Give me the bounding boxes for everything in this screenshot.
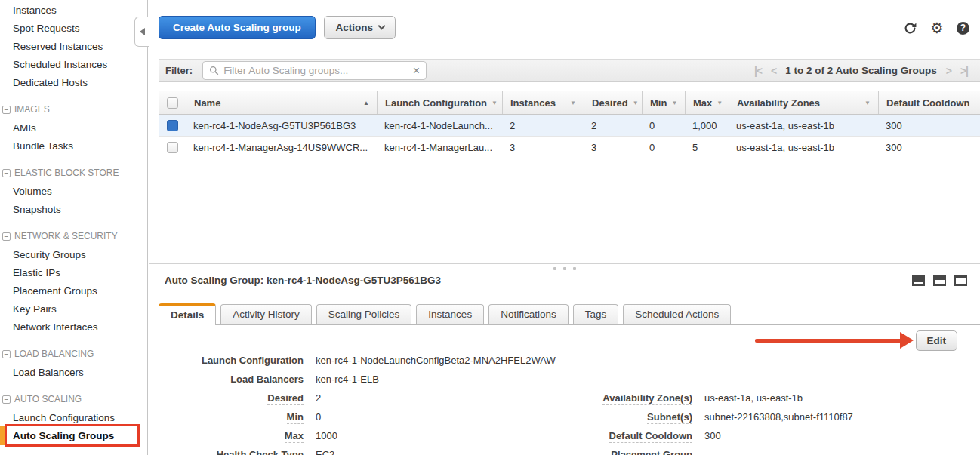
row-checkbox-checked[interactable] [167, 120, 178, 131]
tab-scaling-policies[interactable]: Scaling Policies [316, 304, 412, 324]
actions-dropdown-button[interactable]: Actions [324, 16, 396, 39]
column-filter-icon[interactable]: ▼ [864, 100, 871, 106]
column-header-instances[interactable]: Instances ▼ [502, 91, 584, 114]
tab-scheduled-actions[interactable]: Scheduled Actions [623, 304, 731, 324]
filter-bar: Filter: × |< < 1 to 2 of 2 Auto Scaling … [159, 59, 980, 82]
field-default-cooldown: Default Cooldown 300 [575, 426, 853, 445]
sidebar-section-network-security[interactable]: − NETWORK & SECURITY [0, 228, 147, 246]
sidebar-item-dedicated-hosts[interactable]: Dedicated Hosts [0, 74, 147, 92]
field-load-balancers: Load Balancers ken-rc4-1-ELB [165, 370, 556, 389]
table-row[interactable]: ken-rc4-1-ManagerAsg-14US9WWCR... ken-rc… [159, 137, 980, 158]
column-filter-icon[interactable]: ▼ [671, 100, 677, 106]
table-row[interactable]: ken-rc4-1-NodeAsg-G5TU3P561BG3 ken-rc4-1… [159, 115, 980, 137]
column-header-launch-configuration[interactable]: Launch Configuration ▼ [377, 91, 502, 114]
clear-search-icon[interactable]: × [413, 65, 420, 77]
field-availability-zones: Availability Zone(s) us-east-1a, us-east… [575, 389, 853, 407]
tab-details[interactable]: Details [159, 303, 216, 325]
refresh-icon[interactable] [903, 21, 917, 35]
first-page-icon[interactable]: |< [754, 65, 762, 77]
field-label: Placement Group [611, 449, 692, 455]
sidebar-section-auto-scaling[interactable]: − AUTO SCALING [0, 391, 147, 409]
field-label: Subnet(s) [647, 411, 692, 424]
cell-name: ken-rc4-1-NodeAsg-G5TU3P561BG3 [186, 120, 377, 131]
sidebar-section-load-balancing[interactable]: − LOAD BALANCING [0, 346, 147, 364]
sidebar-item-launch-configurations[interactable]: Launch Configurations [0, 409, 147, 427]
sidebar-item-amis[interactable]: AMIs [0, 119, 147, 137]
column-label: Max [693, 97, 712, 109]
column-header-max[interactable]: Max ▼ [685, 91, 729, 114]
help-icon[interactable]: ? [957, 22, 969, 35]
tab-tags[interactable]: Tags [573, 304, 619, 324]
cell-default-cooldown: 300 [878, 120, 980, 131]
details-panel: Auto Scaling Group: ken-rc4-1-NodeAsg-G5… [149, 263, 980, 455]
edit-button[interactable]: Edit [916, 330, 958, 351]
cell-max: 5 [685, 142, 729, 153]
filter-search-box[interactable]: × [202, 61, 427, 80]
sidebar-item-bundle-tasks[interactable]: Bundle Tasks [0, 137, 147, 155]
tab-notifications[interactable]: Notifications [488, 304, 569, 324]
cell-instances: 2 [502, 120, 584, 131]
column-label: Default Cooldown [886, 97, 970, 109]
last-page-icon[interactable]: >| [960, 65, 968, 77]
search-icon [209, 66, 219, 75]
sidebar-item-volumes[interactable]: Volumes [0, 183, 147, 201]
column-filter-icon[interactable]: ▼ [570, 100, 576, 106]
field-label: Desired [267, 392, 304, 405]
sidebar-item-load-balancers[interactable]: Load Balancers [0, 364, 147, 382]
panel-layout-large-icon[interactable] [954, 275, 967, 286]
column-filter-icon[interactable]: ▼ [717, 100, 723, 106]
column-header-name[interactable]: Name ▲ [186, 91, 377, 114]
sidebar-item-security-groups[interactable]: Security Groups [0, 246, 147, 264]
panel-layout-medium-icon[interactable] [933, 275, 946, 286]
column-header-availability-zones[interactable]: Availability Zones ▼ [729, 91, 878, 114]
section-collapse-icon[interactable]: − [2, 106, 11, 114]
row-checkbox[interactable] [167, 142, 178, 153]
settings-gear-icon[interactable]: ⚙ [930, 20, 944, 35]
sidebar-item-network-interfaces[interactable]: Network Interfaces [0, 318, 147, 337]
sidebar-item-scheduled-instances[interactable]: Scheduled Instances [0, 56, 147, 74]
actions-label: Actions [335, 22, 373, 33]
field-max: Max 1000 [165, 426, 556, 445]
column-header-default-cooldown[interactable]: Default Cooldown [878, 91, 980, 114]
sidebar-item-placement-groups[interactable]: Placement Groups [0, 282, 147, 300]
sidebar-item-key-pairs[interactable]: Key Pairs [0, 300, 147, 318]
cell-instances: 3 [502, 142, 584, 153]
filter-search-input[interactable] [223, 65, 408, 76]
field-value: 2 [316, 392, 321, 404]
section-collapse-icon[interactable]: − [2, 169, 11, 177]
sidebar-item-reserved-instances[interactable]: Reserved Instances [0, 38, 147, 56]
filter-label: Filter: [165, 65, 193, 76]
cell-min: 0 [642, 142, 685, 153]
auto-scaling-groups-table: Name ▲ Launch Configuration ▼ Instances … [159, 91, 980, 158]
column-header-desired[interactable]: Desired ▼ [584, 91, 642, 114]
sidebar-item-elastic-ips[interactable]: Elastic IPs [0, 264, 147, 282]
column-filter-icon[interactable]: ▼ [492, 100, 498, 106]
sidebar-section-ebs[interactable]: − ELASTIC BLOCK STORE [0, 164, 147, 183]
panel-layout-small-icon[interactable] [912, 275, 925, 286]
field-value: EC2 [316, 449, 334, 455]
sidebar-item-auto-scaling-groups[interactable]: Auto Scaling Groups [0, 427, 147, 445]
sidebar-item-instances[interactable]: Instances [0, 2, 147, 20]
tab-activity-history[interactable]: Activity History [220, 304, 312, 324]
section-collapse-icon[interactable]: − [2, 232, 11, 241]
section-label: LOAD BALANCING [14, 349, 94, 360]
create-auto-scaling-group-button[interactable]: Create Auto Scaling group [159, 16, 316, 39]
prev-page-icon[interactable]: < [771, 65, 776, 77]
next-page-icon[interactable]: > [946, 65, 951, 77]
sidebar-item-snapshots[interactable]: Snapshots [0, 201, 147, 219]
field-value: ken-rc4-1-NodeLaunchConfigBeta2-MNA2HFEL… [316, 355, 556, 366]
panel-resize-handle[interactable] [553, 267, 576, 270]
tab-instances[interactable]: Instances [416, 304, 484, 324]
sidebar-section-images[interactable]: − IMAGES [0, 101, 147, 119]
sidebar-item-spot-requests[interactable]: Spot Requests [0, 20, 147, 38]
select-all-checkbox[interactable] [167, 97, 178, 109]
cell-name: ken-rc4-1-ManagerAsg-14US9WWCR... [186, 142, 377, 153]
panel-layout-controls [912, 275, 967, 286]
column-filter-icon[interactable]: ▼ [633, 100, 639, 106]
section-collapse-icon[interactable]: − [2, 350, 11, 358]
column-header-min[interactable]: Min ▼ [642, 91, 685, 114]
field-value: 1000 [316, 430, 337, 441]
section-collapse-icon[interactable]: − [2, 395, 11, 404]
section-label: NETWORK & SECURITY [14, 231, 118, 242]
sidebar-collapse-handle[interactable] [134, 17, 149, 47]
